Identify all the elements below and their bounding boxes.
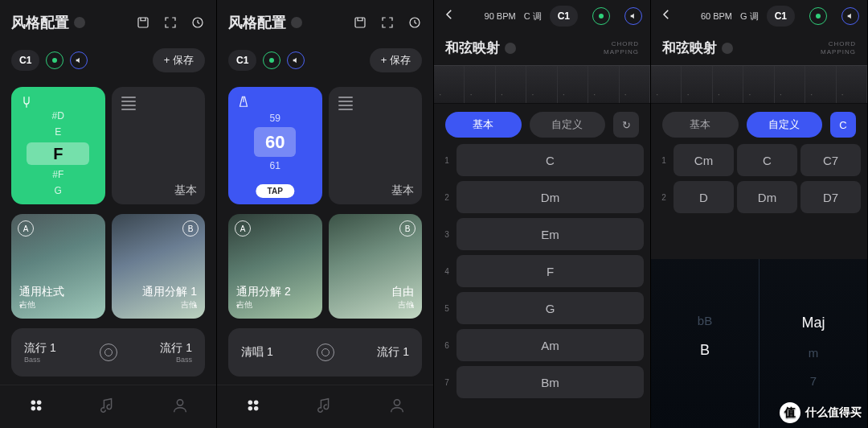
save-preset-icon[interactable] (353, 15, 367, 30)
chord-cell[interactable]: D (674, 181, 734, 213)
chord-cell[interactable]: Bm (457, 366, 644, 398)
key-selector-tile[interactable]: #D E F #F G (11, 87, 105, 204)
bpm-selected[interactable]: 60 (254, 127, 296, 157)
slot-chip[interactable]: C1 (11, 50, 39, 71)
style-tile[interactable]: A 通用分解 2 吉他 * (228, 214, 322, 319)
pill-custom[interactable]: 自定义 (530, 112, 606, 138)
chord-row[interactable]: 6Am (440, 329, 644, 361)
slot-chip[interactable]: C1 (228, 50, 256, 71)
pill-custom[interactable]: 自定义 (747, 112, 823, 138)
picker-option[interactable]: m (809, 346, 819, 360)
chord-cell[interactable]: Am (457, 329, 644, 361)
chord-row[interactable]: 4F (440, 255, 644, 287)
picker-selected[interactable]: B (700, 342, 710, 359)
chord-cell[interactable]: D7 (800, 181, 861, 213)
panel-style-config-2: 风格配置 C1 + 保存 59 60 61 TAP 基本 A (217, 0, 434, 428)
chord-cell[interactable]: G (457, 292, 644, 324)
chord-row[interactable]: 2 D Dm D7 (657, 181, 861, 213)
tab-music-icon[interactable] (316, 397, 334, 418)
timeline-strip[interactable] (651, 65, 867, 104)
target-icon (100, 344, 117, 361)
chord-cell[interactable]: Dm (737, 181, 797, 213)
chord-cell[interactable]: F (457, 255, 644, 287)
chord-cell[interactable]: C (457, 144, 644, 176)
play-indicator-icon[interactable] (809, 7, 827, 25)
tab-profile-icon[interactable] (388, 397, 406, 418)
sub-header: 和弦映射 CHORD MAPPING (651, 32, 867, 60)
bass-tile[interactable]: 清唱 1 流行 1 (228, 328, 422, 377)
badge-a-icon: A (235, 220, 251, 237)
slot-chip[interactable]: C1 (767, 6, 795, 27)
primary-tiles: #D E F #F G 基本 (0, 82, 216, 209)
pill-basic[interactable]: 基本 (445, 112, 522, 138)
star-icon: * (236, 303, 240, 312)
meta-line: MAPPING (604, 48, 639, 56)
bpm-label: 60 BPM (701, 11, 732, 21)
save-preset-icon[interactable] (136, 15, 150, 30)
fullscreen-icon[interactable] (380, 15, 395, 30)
sound-icon[interactable] (841, 7, 859, 25)
chord-row[interactable]: 5G (440, 292, 644, 324)
history-icon[interactable] (190, 15, 205, 30)
sound-icon[interactable] (287, 51, 305, 69)
back-icon[interactable] (659, 7, 674, 25)
picker-root-col[interactable]: bB B (651, 259, 759, 428)
svg-rect-0 (138, 18, 148, 27)
chord-list[interactable]: 1C 2Dm 3Em 4F 5G 6Am 7Bm (434, 144, 650, 403)
chord-cell[interactable]: Dm (457, 181, 644, 213)
reset-button[interactable]: ↻ (613, 112, 639, 138)
panel-style-config-1: 风格配置 C1 + 保存 #D E F #F G 基本 (0, 0, 217, 428)
section-title: 和弦映射 (662, 39, 717, 57)
picker-selected[interactable]: Maj (801, 315, 825, 331)
help-icon[interactable] (291, 17, 302, 28)
tab-grid-icon[interactable] (244, 397, 262, 418)
help-icon[interactable] (722, 43, 733, 54)
style-tile[interactable]: A 通用柱式 吉他 * (11, 214, 105, 319)
sound-icon[interactable] (70, 51, 88, 69)
row-index: 2 (440, 193, 453, 202)
timeline-strip[interactable] (434, 65, 650, 104)
pattern-tile[interactable]: 基本 (329, 87, 423, 204)
chord-cell[interactable]: Cm (674, 144, 734, 176)
pill-basic[interactable]: 基本 (662, 112, 739, 138)
style-tile[interactable]: B 自由 吉他 * (329, 214, 423, 319)
chord-row[interactable]: 7Bm (440, 366, 644, 398)
play-indicator-icon[interactable] (46, 51, 63, 69)
fullscreen-icon[interactable] (163, 15, 178, 30)
play-indicator-icon[interactable] (592, 7, 610, 25)
bpm-selector-tile[interactable]: 59 60 61 TAP (228, 87, 322, 204)
star-icon: * (194, 303, 197, 312)
pattern-tile-label: 基本 (174, 183, 197, 198)
bass-tile[interactable]: 流行 1 Bass 流行 1 Bass (11, 328, 205, 377)
history-icon[interactable] (407, 15, 422, 30)
chord-cell[interactable]: C7 (800, 144, 861, 176)
sound-icon[interactable] (624, 7, 642, 25)
chord-cell[interactable]: Em (457, 218, 644, 250)
play-indicator-icon[interactable] (263, 51, 280, 69)
bass-title: 流行 1 (160, 341, 192, 356)
tap-button[interactable]: TAP (256, 184, 294, 198)
picker-option[interactable]: bB (698, 314, 712, 327)
bass-right: 流行 1 Bass (160, 341, 192, 364)
reset-button[interactable]: C (830, 112, 856, 138)
slot-chip[interactable]: C1 (550, 6, 578, 27)
tab-music-icon[interactable] (99, 397, 117, 418)
meta-line: CHORD (821, 40, 856, 48)
help-icon[interactable] (74, 17, 85, 28)
chord-grid[interactable]: 1 Cm C C7 2 D Dm D7 (651, 144, 867, 218)
chord-row[interactable]: 3Em (440, 218, 644, 250)
picker-option[interactable]: 7 (810, 374, 817, 388)
note-selected[interactable]: F (27, 142, 89, 165)
tab-grid-icon[interactable] (27, 397, 45, 418)
chord-cell[interactable]: C (737, 144, 797, 176)
chord-row[interactable]: 1 Cm C C7 (657, 144, 861, 176)
back-icon[interactable] (442, 7, 457, 25)
help-icon[interactable] (505, 43, 516, 54)
save-button[interactable]: + 保存 (370, 48, 422, 72)
style-tile[interactable]: B 通用分解 1 吉他 * (112, 214, 206, 319)
pattern-tile[interactable]: 基本 (112, 87, 206, 204)
save-button[interactable]: + 保存 (153, 48, 205, 72)
chord-row[interactable]: 1C (440, 144, 644, 176)
chord-row[interactable]: 2Dm (440, 181, 644, 213)
tab-profile-icon[interactable] (171, 397, 189, 418)
